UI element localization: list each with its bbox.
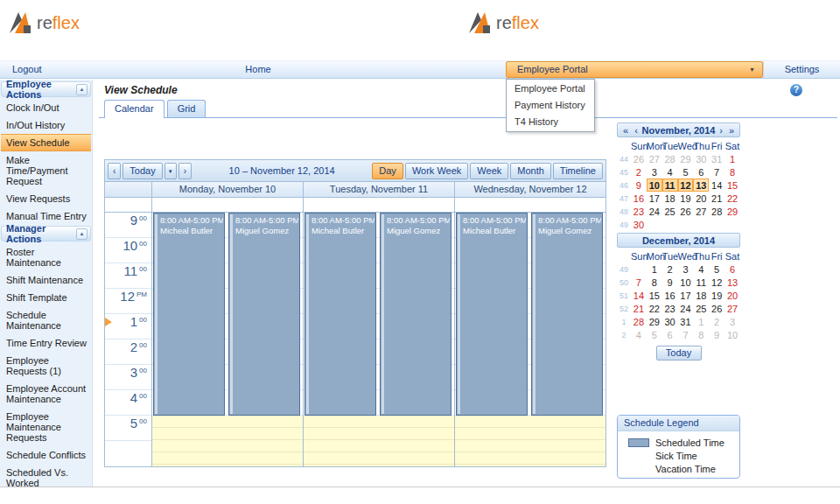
calendar-day[interactable]: 29 — [647, 315, 662, 328]
week-number[interactable]: 46 — [617, 178, 631, 192]
event-micheal-butler[interactable]: 8:00 AM-5:00 PMMicheal Butler — [456, 213, 528, 416]
calendar-day[interactable]: 1 — [724, 152, 740, 165]
calendar-day[interactable]: 5 — [678, 165, 694, 178]
calendar-day[interactable]: 6 — [693, 165, 709, 178]
calendar-day[interactable]: 30 — [662, 315, 678, 328]
calendar-day[interactable]: 28 — [631, 315, 647, 328]
sidebar-item-in-out-history[interactable]: In/Out History — [1, 116, 91, 134]
calendar-day[interactable]: 12 — [709, 276, 724, 289]
all-day-cell[interactable] — [304, 198, 455, 212]
view-month-button[interactable]: Month — [510, 163, 551, 179]
calendar-day[interactable]: 19 — [709, 289, 724, 302]
calendar-day[interactable]: 5 — [647, 328, 662, 341]
sidebar-item-shift-template[interactable]: Shift Template — [1, 289, 91, 306]
calendar-day[interactable]: 18 — [662, 192, 678, 205]
calendar-day[interactable]: 2 — [631, 165, 647, 178]
day-column[interactable]: 8:00 AM-5:00 PMMicheal Butler8:00 AM-5:0… — [152, 213, 304, 466]
calendar-day[interactable]: 28 — [662, 152, 678, 165]
menu-item-logout[interactable]: Logout — [0, 61, 54, 78]
week-number[interactable]: 45 — [617, 165, 631, 178]
dropdown-item-payment-history[interactable]: Payment History — [508, 97, 593, 114]
calendar-day[interactable]: 22 — [724, 192, 740, 205]
sidebar-item-employee-account-maintenance[interactable]: Employee Account Maintenance — [1, 380, 91, 408]
calendar-day[interactable]: 13 — [724, 276, 740, 289]
calendar-day[interactable]: 22 — [647, 302, 662, 315]
calendar-day[interactable]: 23 — [631, 205, 647, 218]
calendar-day[interactable]: 4 — [693, 262, 709, 276]
week-number[interactable]: 49 — [617, 218, 631, 231]
calendar-day[interactable]: 12 — [678, 178, 694, 192]
calendar-day[interactable]: 29 — [724, 205, 740, 218]
calendar-day[interactable]: 25 — [693, 302, 709, 315]
today-button[interactable]: Today — [122, 163, 162, 179]
day-header-tuesday-november-11[interactable]: Tuesday, November 11 — [304, 182, 455, 197]
calendar-day[interactable]: 13 — [693, 178, 709, 192]
calendar-day[interactable]: 2 — [662, 262, 678, 276]
calendar-day[interactable]: 20 — [693, 192, 709, 205]
sidebar-item-time-entry-review[interactable]: Time Entry Review — [1, 334, 91, 352]
view-day-button[interactable]: Day — [372, 163, 403, 179]
calendar-day[interactable]: 5 — [709, 262, 724, 276]
calendar-day[interactable]: 3 — [724, 315, 740, 328]
tab-calendar[interactable]: Calendar — [104, 100, 164, 118]
calendar-day[interactable]: 21 — [709, 192, 724, 205]
next-day-button[interactable]: › — [178, 163, 192, 179]
day-column[interactable]: 8:00 AM-5:00 PMMicheal Butler8:00 AM-5:0… — [304, 213, 455, 466]
week-number[interactable]: 2 — [617, 328, 631, 341]
tab-grid[interactable]: Grid — [167, 100, 206, 117]
event-miguel-gomez[interactable]: 8:00 AM-5:00 PMMiguel Gomez — [228, 213, 300, 416]
dropdown-item-employee-portal[interactable]: Employee Portal — [508, 80, 593, 97]
sidebar-item-schedule-conflicts[interactable]: Schedule Conflicts — [1, 446, 91, 464]
calendar-day[interactable]: 16 — [631, 192, 647, 205]
collapse-icon[interactable]: ▲ — [76, 228, 88, 240]
sidebar-item-shift-maintenance[interactable]: Shift Maintenance — [1, 271, 91, 289]
calendar-day[interactable]: 21 — [631, 302, 647, 315]
menu-item-settings[interactable]: Settings — [763, 61, 840, 78]
all-day-cell[interactable] — [455, 198, 606, 212]
sidebar-item-manual-time-entry[interactable]: Manual Time Entry — [1, 207, 91, 225]
calendar-day[interactable]: 11 — [662, 178, 678, 192]
sidebar-item-make-time-payment-request[interactable]: Make Time/Payment Request — [1, 151, 91, 190]
fast-next-button[interactable]: » — [726, 125, 737, 136]
calendar-day[interactable]: 15 — [724, 178, 740, 192]
week-number[interactable]: 49 — [617, 262, 631, 276]
calendar-day[interactable]: 4 — [631, 328, 647, 341]
sidebar-item-schedule-maintenance[interactable]: Schedule Maintenance — [1, 306, 91, 334]
calendar-day[interactable]: 27 — [693, 205, 709, 218]
dropdown-item-t4-history[interactable]: T4 History — [508, 114, 593, 130]
help-icon[interactable]: ? — [790, 84, 802, 96]
prev-month-button[interactable]: ‹ — [631, 125, 641, 136]
week-number[interactable]: 50 — [617, 276, 631, 289]
calendar-day[interactable]: 30 — [693, 152, 709, 165]
sidebar-item-clock-in-out[interactable]: Clock In/Out — [1, 99, 91, 116]
calendar-day[interactable]: 1 — [693, 315, 709, 328]
calendar-day[interactable]: 19 — [678, 192, 694, 205]
calendar-day[interactable]: 27 — [724, 302, 740, 315]
week-number[interactable]: 52 — [617, 302, 631, 315]
calendar-day[interactable]: 3 — [647, 165, 662, 178]
calendar-day[interactable]: 7 — [709, 165, 724, 178]
calendar-day[interactable]: 2 — [709, 315, 724, 328]
menu-item-employee-portal[interactable]: Employee Portal ▼ — [506, 61, 763, 78]
day-column[interactable]: 8:00 AM-5:00 PMMicheal Butler8:00 AM-5:0… — [455, 213, 606, 466]
calendar-day[interactable]: 29 — [678, 152, 694, 165]
sidebar-item-employee-maintenance-requests[interactable]: Employee Maintenance Requests — [1, 408, 91, 446]
sidebar-section-header-manager-actions[interactable]: Manager Actions▲ — [1, 226, 91, 242]
calendar-day[interactable]: 11 — [693, 276, 709, 289]
calendar-day[interactable]: 24 — [678, 302, 694, 315]
calendar-day[interactable]: 31 — [678, 315, 694, 328]
prev-day-button[interactable]: ‹ — [108, 163, 121, 179]
calendar-day[interactable]: 8 — [693, 328, 709, 341]
calendar-day[interactable]: 10 — [647, 178, 662, 192]
all-day-cell[interactable] — [152, 198, 304, 212]
fast-prev-button[interactable]: « — [620, 125, 631, 136]
calendar-day[interactable]: 20 — [724, 289, 740, 302]
calendar-day[interactable]: 23 — [662, 302, 678, 315]
event-micheal-butler[interactable]: 8:00 AM-5:00 PMMicheal Butler — [153, 213, 225, 416]
calendar-day[interactable]: 26 — [678, 205, 694, 218]
calendar-day[interactable]: 9 — [662, 276, 678, 289]
calendar-day[interactable]: 31 — [709, 152, 724, 165]
calendar-day[interactable]: 25 — [662, 205, 678, 218]
week-number[interactable]: 1 — [617, 315, 631, 328]
view-timeline-button[interactable]: Timeline — [553, 163, 603, 179]
